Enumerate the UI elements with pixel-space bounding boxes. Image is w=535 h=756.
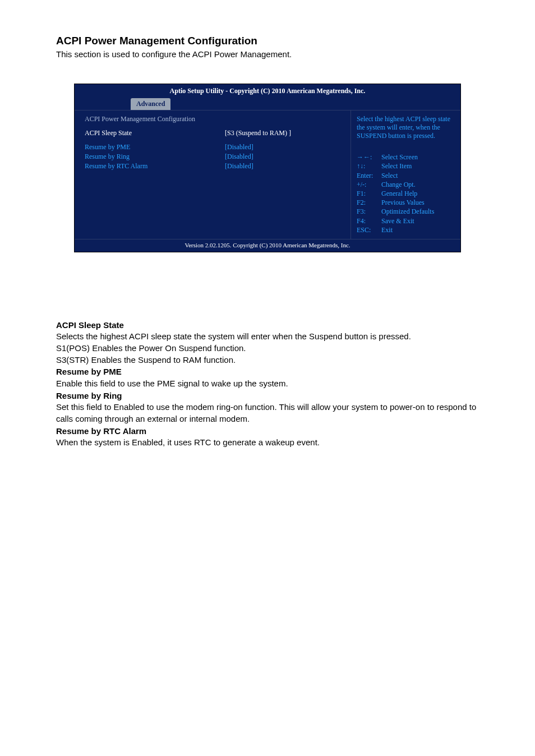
key-code: Enter: <box>357 171 378 180</box>
bios-row-label: Resume by RTC Alarm <box>85 162 225 170</box>
intro-text: This section is used to configure the AC… <box>56 49 479 59</box>
bios-row-resume-rtc[interactable]: Resume by RTC Alarm [Disabled] <box>85 162 340 170</box>
key-desc: Save & Exit <box>381 216 414 225</box>
bios-row-value: [Disabled] <box>225 162 253 170</box>
bios-body: ACPI Power Management Configuration ACPI… <box>75 110 460 239</box>
bios-row-value: [S3 (Suspend to RAM) ] <box>225 129 291 137</box>
desc-resume-ring-heading: Resume by Ring <box>56 390 479 402</box>
description-section: ACPI Sleep State Selects the highest ACP… <box>56 320 479 449</box>
key-code: F3: <box>357 207 378 216</box>
desc-text: S1(POS) Enables the Power On Suspend fun… <box>56 343 479 354</box>
desc-resume-pme-heading: Resume by PME <box>56 366 479 378</box>
bios-row-resume-ring[interactable]: Resume by Ring [Disabled] <box>85 153 340 161</box>
bios-row-value: [Disabled] <box>225 143 253 151</box>
key-desc: Select Screen <box>381 153 418 162</box>
bios-tab-row: Advanced <box>75 98 460 110</box>
key-desc: General Help <box>381 189 417 198</box>
key-code: →←: <box>357 153 378 162</box>
bios-row-value: [Disabled] <box>225 153 253 161</box>
page-title: ACPI Power Management Configuration <box>56 35 479 47</box>
desc-resume-rtc-heading: Resume by RTC Alarm <box>56 426 479 437</box>
bios-window: Aptio Setup Utility - Copyright (C) 2010… <box>74 84 461 252</box>
key-desc: Previous Values <box>381 198 425 207</box>
bios-left-heading: ACPI Power Management Configuration <box>85 115 225 123</box>
key-code: +/-: <box>357 180 378 189</box>
desc-text: Selects the highest ACPI sleep state the… <box>56 331 479 343</box>
key-desc: Change Opt. <box>381 180 416 189</box>
key-code: F2: <box>357 198 378 207</box>
desc-text: S3(STR) Enables the Suspend to RAM funct… <box>56 354 479 366</box>
key-desc: Exit <box>381 225 393 234</box>
bios-row-label: Resume by PME <box>85 143 225 151</box>
key-code: F4: <box>357 216 378 225</box>
tab-advanced[interactable]: Advanced <box>131 98 170 110</box>
key-desc: Optimized Defaults <box>381 207 434 216</box>
desc-text: When the system is Enabled, it uses RTC … <box>56 437 479 449</box>
bios-help-text: Select the highest ACPI sleep state the … <box>357 115 455 140</box>
bios-row-resume-pme[interactable]: Resume by PME [Disabled] <box>85 143 340 151</box>
key-code: ↑↓: <box>357 162 378 170</box>
key-code: F1: <box>357 189 378 198</box>
desc-acpi-sleep-heading: ACPI Sleep State <box>56 320 479 331</box>
key-code: ESC: <box>357 225 378 234</box>
bios-row-label: Resume by Ring <box>85 153 225 161</box>
bios-row-acpi-sleep-state[interactable]: ACPI Sleep State [S3 (Suspend to RAM) ] <box>85 129 340 137</box>
bios-row-label: ACPI Sleep State <box>85 129 225 137</box>
bios-key-legend: →←:Select Screen ↑↓:Select Item Enter:Se… <box>357 153 455 234</box>
bios-right-panel: Select the highest ACPI sleep state the … <box>351 110 460 239</box>
desc-text: Set this field to Enabled to use the mod… <box>56 402 479 425</box>
key-desc: Select <box>381 171 398 180</box>
bios-titlebar: Aptio Setup Utility - Copyright (C) 2010… <box>75 84 460 98</box>
bios-footer: Version 2.02.1205. Copyright (C) 2010 Am… <box>75 239 460 252</box>
key-desc: Select Item <box>381 162 412 170</box>
desc-text: Enable this field to use the PME signal … <box>56 378 479 390</box>
bios-left-panel: ACPI Power Management Configuration ACPI… <box>75 110 351 239</box>
